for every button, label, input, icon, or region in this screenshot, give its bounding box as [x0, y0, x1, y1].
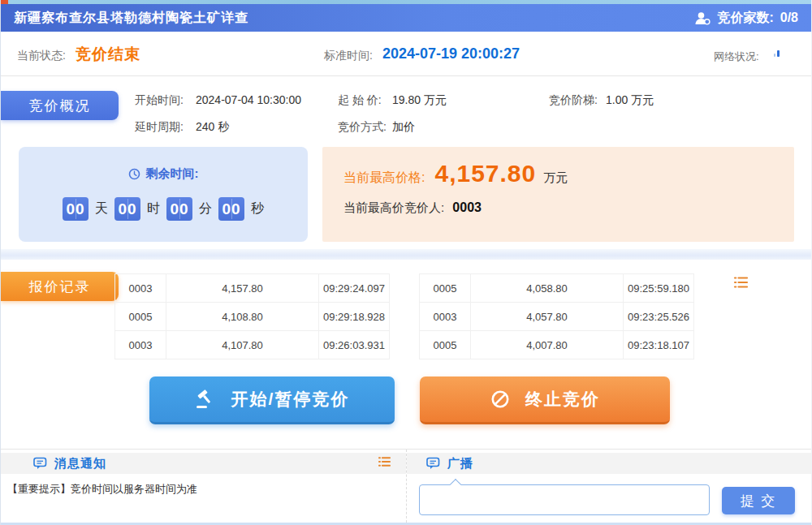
status-label: 当前状态:	[17, 49, 66, 63]
title-bar: 新疆察布查尔县塔勒德村陶瓷土矿详查 竞价家数: 0/8	[1, 4, 811, 32]
chat-bubble-icon	[426, 457, 440, 470]
countdown-unit-hour: 时	[147, 200, 160, 217]
start-price-label: 起 始 价:	[338, 93, 382, 108]
broadcast-input[interactable]	[419, 484, 710, 515]
bidder-count-label: 竞价家数:	[717, 10, 773, 27]
table-row: 0005 4,058.80 09:25:59.180	[420, 274, 694, 303]
bid-time-cell: 09:23:18.107	[624, 331, 694, 359]
countdown-minutes: 00	[166, 197, 192, 221]
bid-price-cell: 4,007.80	[471, 331, 624, 359]
countdown-seconds: 00	[218, 197, 244, 221]
bid-price-cell: 4,057.80	[471, 303, 624, 331]
status-bar: 当前状态: 竞价结束 标准时间: 2024-07-19 20:00:27 网络状…	[1, 32, 811, 76]
countdown-unit-second: 秒	[251, 200, 264, 217]
section-tab-overview: 竞价概况	[1, 91, 119, 120]
bid-step-value: 1.00 万元	[606, 93, 654, 108]
bottom-area: 消息通知 【重要提示】竞价时间以服务器时间为准	[1, 449, 811, 525]
countdown-unit-minute: 分	[199, 200, 212, 217]
auction-monitor-page: 新疆察布查尔县塔勒德村陶瓷土矿详查 竞价家数: 0/8 当前状态: 竞价结束 标…	[0, 0, 812, 525]
bid-mode-value: 加价	[392, 120, 415, 135]
table-row: 0003 4,157.80 09:29:24.097	[115, 274, 390, 303]
highest-price-value: 4,157.80	[434, 160, 536, 187]
submit-button[interactable]: 提 交	[722, 487, 795, 514]
highest-bidder-value: 0003	[452, 200, 482, 214]
countdown-panel: 剩余时间: 00 天 00 时 00 分 00 秒	[19, 147, 308, 242]
broadcast-panel: 广播 提 交	[407, 450, 811, 523]
bid-step-label: 竞价阶梯:	[549, 93, 598, 108]
records-expand-button[interactable]	[733, 276, 749, 292]
bidder-code-cell: 0003	[115, 274, 166, 303]
bid-time-cell: 09:25:59.180	[624, 274, 694, 303]
bid-time-cell: 09:29:24.097	[319, 274, 390, 303]
broadcast-header: 广播	[407, 453, 811, 474]
start-price-value: 19.80 万元	[392, 93, 447, 108]
countdown-days: 00	[63, 197, 89, 221]
section-divider	[1, 249, 811, 260]
bidder-code-cell: 0003	[115, 331, 166, 359]
bid-price-cell: 4,107.80	[166, 331, 319, 359]
broadcast-title: 广播	[447, 456, 473, 471]
table-row: 0003 4,057.80 09:23:25.526	[420, 303, 694, 331]
highest-price-unit: 万元	[543, 170, 568, 186]
section-tab-records: 报价记录	[1, 272, 119, 301]
network-signal-icon	[774, 49, 780, 57]
bidder-code-cell: 0005	[420, 274, 471, 303]
bid-time-cell: 09:26:03.931	[319, 331, 390, 359]
messages-expand-button[interactable]	[378, 456, 391, 471]
bidder-count: 竞价家数: 0/8	[694, 10, 798, 27]
server-time-label: 标准时间:	[324, 49, 373, 63]
bidder-code-cell: 0003	[420, 303, 471, 331]
messages-panel: 消息通知 【重要提示】竞价时间以服务器时间为准	[1, 450, 407, 523]
notice-message: 【重要提示】竞价时间以服务器时间为准	[7, 482, 406, 497]
bid-price-cell: 4,108.80	[166, 303, 319, 331]
table-row: 0003 4,107.80 09:26:03.931	[115, 331, 390, 359]
countdown-hours: 00	[114, 197, 140, 221]
status-value: 竞价结束	[76, 44, 140, 65]
bid-records-table-left: 0003 4,157.80 09:29:24.097 0005 4,108.80…	[114, 273, 390, 359]
delay-period-label: 延时周期:	[135, 120, 184, 135]
server-time-value: 2024-07-19 20:00:27	[382, 45, 520, 62]
network-status-label: 网络状况:	[714, 49, 759, 64]
highest-bidder-row: 当前最高价竞价人: 0003	[343, 200, 482, 216]
bid-records-table-right: 0005 4,058.80 09:25:59.180 0003 4,057.80…	[419, 273, 694, 359]
highest-price-panel: 当前最高价格: 4,157.80 万元 当前最高价竞价人: 0003	[322, 147, 794, 242]
start-pause-bid-button[interactable]: 开始/暂停竞价	[149, 377, 395, 424]
page-title: 新疆察布查尔县塔勒德村陶瓷土矿详查	[14, 10, 248, 27]
terminate-bid-label: 终止竞价	[525, 388, 600, 411]
bid-time-cell: 09:23:25.526	[624, 303, 694, 331]
table-row: 0005 4,007.80 09:23:18.107	[420, 331, 694, 359]
start-pause-bid-label: 开始/暂停竞价	[231, 388, 350, 411]
bidder-count-value: 0/8	[780, 11, 798, 25]
countdown-label: 剩余时间:	[146, 166, 199, 182]
terminate-bid-button[interactable]: 终止竞价	[420, 377, 670, 424]
bid-mode-label: 竞价方式:	[338, 120, 387, 135]
countdown-unit-day: 天	[95, 200, 108, 217]
delay-period-value: 240 秒	[196, 120, 229, 135]
bid-time-cell: 09:29:18.928	[319, 303, 390, 331]
highest-price-label: 当前最高价格:	[343, 170, 425, 187]
countdown-title: 剩余时间:	[19, 147, 308, 182]
chat-bubble-icon	[33, 457, 47, 470]
clock-icon	[128, 168, 140, 180]
list-icon	[733, 276, 749, 289]
start-time-value: 2024-07-04 10:30:00	[196, 93, 301, 106]
start-time-label: 开始时间:	[135, 93, 184, 108]
list-icon	[378, 456, 391, 467]
gavel-icon	[195, 389, 217, 410]
table-row: 0005 4,108.80 09:29:18.928	[115, 303, 390, 331]
bidder-code-cell: 0005	[115, 303, 166, 331]
bidder-code-cell: 0005	[420, 331, 471, 359]
messages-header: 消息通知	[1, 453, 406, 474]
highest-price-row: 当前最高价格: 4,157.80 万元	[343, 160, 568, 187]
highest-bidder-label: 当前最高价竞价人:	[343, 200, 444, 214]
user-icon	[694, 11, 710, 25]
bid-price-cell: 4,058.80	[471, 274, 624, 303]
messages-title: 消息通知	[54, 456, 106, 471]
countdown-digits: 00 天 00 时 00 分 00 秒	[19, 197, 308, 221]
prohibition-icon	[490, 389, 511, 410]
bid-price-cell: 4,157.80	[166, 274, 319, 303]
